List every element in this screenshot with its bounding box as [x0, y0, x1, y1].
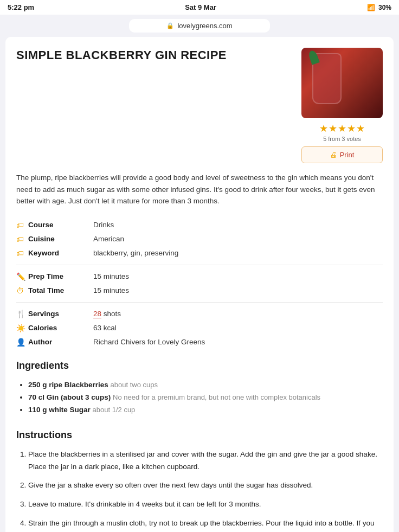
ingredient-note: about two cups: [111, 381, 158, 389]
list-item: Strain the gin through a muslin cloth, t…: [28, 517, 383, 532]
meta-row-calories: ☀️ Calories 63 kcal: [16, 321, 383, 335]
ingredients-title: Ingredients: [16, 360, 383, 371]
prep-label: Prep Time: [28, 272, 93, 280]
total-time-label: Total Time: [28, 286, 93, 294]
author-icon: 👤: [16, 338, 28, 347]
course-value: Drinks: [93, 221, 114, 229]
battery-level: 30%: [378, 4, 391, 11]
prep-value: 15 minutes: [93, 272, 129, 280]
total-time-value: 15 minutes: [93, 286, 129, 294]
rating-text: 5 from 3 votes: [323, 136, 361, 142]
page-content: SIMPLE BLACKBERRY GIN RECIPE ★★★★★ 5 fro…: [5, 37, 394, 532]
keyword-label: Keyword: [28, 249, 93, 257]
prep-icon: ✏️: [16, 272, 28, 281]
keyword-icon: 🏷: [16, 249, 28, 258]
meta-row-cuisine: 🏷 Cuisine American: [16, 232, 383, 246]
list-item: Give the jar a shake every so often over…: [28, 479, 383, 492]
keyword-value: blackberry, gin, preserving: [93, 249, 178, 257]
ingredient-main: 110 g white Sugar: [28, 406, 91, 414]
ingredient-main: 70 cl Gin (about 3 cups): [28, 393, 111, 401]
print-button[interactable]: 🖨 Print: [301, 146, 383, 163]
url-text: lovelygreens.com: [177, 22, 232, 30]
calories-value: 63 kcal: [93, 324, 117, 332]
meta-row-servings: 🍴 Servings 28 shots: [16, 307, 383, 321]
list-item: 250 g ripe Blackberries about two cups: [28, 379, 383, 392]
calories-icon: ☀️: [16, 324, 28, 332]
ingredients-list: 250 g ripe Blackberries about two cups 7…: [16, 379, 383, 416]
url-bar[interactable]: 🔒 lovelygreens.com: [129, 19, 270, 33]
ingredient-note: No need for a premium brand, but not one…: [113, 393, 320, 401]
list-item: 110 g white Sugar about 1/2 cup: [28, 404, 383, 416]
recipe-header: SIMPLE BLACKBERRY GIN RECIPE ★★★★★ 5 fro…: [16, 48, 383, 163]
instructions-list: Place the blackberries in a sterilised j…: [16, 448, 383, 532]
course-icon: 🏷: [16, 221, 28, 229]
print-label: Print: [340, 151, 355, 159]
wifi-icon: 📶: [367, 4, 375, 11]
cuisine-label: Cuisine: [28, 235, 93, 243]
rating-stars[interactable]: ★★★★★: [319, 123, 365, 134]
meta-row-course: 🏷 Course Drinks: [16, 218, 383, 232]
author-label: Author: [28, 338, 93, 346]
servings-link[interactable]: 28: [93, 310, 101, 318]
meta-table: 🏷 Course Drinks 🏷 Cuisine American 🏷 Key…: [16, 218, 383, 349]
meta-row-preptime: ✏️ Prep Time 15 minutes: [16, 270, 383, 284]
course-label: Course: [28, 221, 93, 229]
status-time: 5:22 pm: [8, 3, 34, 11]
meta-row-totaltime: ⏱ Total Time 15 minutes: [16, 284, 383, 298]
meta-row-keyword: 🏷 Keyword blackberry, gin, preserving: [16, 246, 383, 260]
instructions-title: Instructions: [16, 430, 383, 441]
recipe-title: SIMPLE BLACKBERRY GIN RECIPE: [16, 48, 235, 63]
ingredient-note: about 1/2 cup: [93, 406, 136, 414]
recipe-title-area: SIMPLE BLACKBERRY GIN RECIPE: [16, 48, 235, 63]
meta-row-author: 👤 Author Richard Chivers for Lovely Gree…: [16, 335, 383, 349]
status-right: 📶 30%: [367, 4, 391, 11]
lock-icon: 🔒: [166, 22, 174, 29]
total-time-icon: ⏱: [16, 286, 28, 295]
cuisine-icon: 🏷: [16, 235, 28, 243]
status-date: Sat 9 Mar: [185, 3, 216, 11]
list-item: 70 cl Gin (about 3 cups) No need for a p…: [28, 392, 383, 404]
ingredient-main: 250 g ripe Blackberries: [28, 381, 108, 389]
recipe-image: [301, 48, 383, 118]
cuisine-value: American: [93, 235, 124, 243]
meta-divider-1: [16, 265, 383, 265]
author-value: Richard Chivers for Lovely Greens: [93, 338, 205, 346]
status-bar: 5:22 pm Sat 9 Mar 📶 30%: [0, 0, 399, 15]
printer-icon: 🖨: [330, 151, 337, 159]
calories-label: Calories: [28, 324, 93, 332]
list-item: Place the blackberries in a sterilised j…: [28, 448, 383, 473]
recipe-image-box: ★★★★★ 5 from 3 votes 🖨 Print: [301, 48, 383, 163]
meta-divider-2: [16, 302, 383, 303]
servings-label: Servings: [28, 310, 93, 318]
servings-value: 28 shots: [93, 310, 121, 318]
list-item: Leave to mature. It's drinkable in 4 wee…: [28, 498, 383, 511]
browser-bar: 🔒 lovelygreens.com: [0, 15, 399, 37]
recipe-intro: The plump, ripe blackberries will provid…: [16, 172, 383, 207]
servings-icon: 🍴: [16, 310, 28, 318]
